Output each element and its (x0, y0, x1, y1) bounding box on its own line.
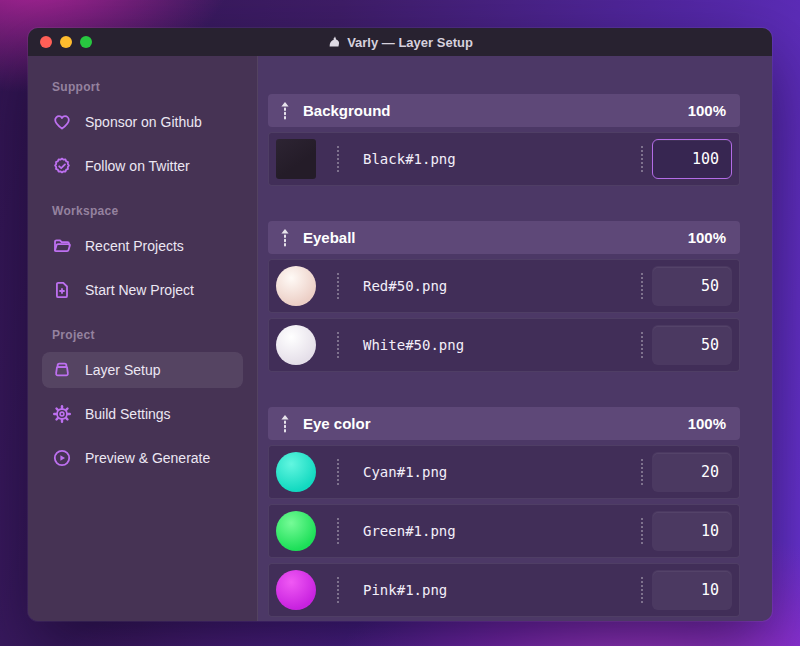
layer-group-eyeball: Eyeball 100% Red#50.png White#50.png (268, 221, 740, 372)
sidebar-section-workspace: Workspace Recent Projects Start New Proj… (42, 204, 243, 308)
heart-icon (52, 112, 72, 132)
verified-badge-icon (52, 156, 72, 176)
traffic-lights (40, 36, 92, 48)
layer-weight-input[interactable] (652, 139, 732, 179)
gear-icon (52, 404, 72, 424)
divider (641, 459, 643, 485)
sidebar-item-preview-generate[interactable]: Preview & Generate (42, 440, 243, 476)
layer-row[interactable]: White#50.png (268, 318, 740, 372)
sidebar-item-label: Build Settings (85, 406, 171, 422)
layer-row[interactable]: Red#50.png (268, 259, 740, 313)
desktop: { "window": { "title": "Varly — Layer Se… (0, 0, 800, 646)
layer-box-icon (52, 360, 72, 380)
layer-filename: Pink#1.png (363, 582, 641, 598)
group-title: Eye color (303, 415, 688, 432)
sidebar-item-label: Follow on Twitter (85, 158, 190, 174)
drag-handle-icon[interactable] (280, 414, 290, 434)
file-plus-icon (52, 280, 72, 300)
sidebar-item-label: Recent Projects (85, 238, 184, 254)
layer-row[interactable]: Cyan#1.png (268, 445, 740, 499)
layer-filename: Black#1.png (363, 151, 641, 167)
layer-filename: Green#1.png (363, 523, 641, 539)
group-header: Eye color 100% (268, 407, 740, 440)
divider (337, 332, 339, 358)
group-opacity: 100% (688, 229, 726, 246)
folder-icon (52, 236, 72, 256)
group-opacity: 100% (688, 102, 726, 119)
drag-handle-icon[interactable] (280, 228, 290, 248)
window-title-text: Varly — Layer Setup (347, 35, 473, 50)
sidebar-item-layer-setup[interactable]: Layer Setup (42, 352, 243, 388)
group-title: Eyeball (303, 229, 688, 246)
layer-weight-input[interactable] (652, 570, 732, 610)
layer-filename: Red#50.png (363, 278, 641, 294)
layer-weight-input[interactable] (652, 511, 732, 551)
sidebar-item-label: Sponsor on Github (85, 114, 202, 130)
sidebar-item-label: Start New Project (85, 282, 194, 298)
layer-thumbnail (276, 266, 316, 306)
divider (337, 146, 339, 172)
group-header: Eyeball 100% (268, 221, 740, 254)
divider (337, 273, 339, 299)
layer-row[interactable]: Green#1.png (268, 504, 740, 558)
section-label: Support (52, 80, 243, 94)
window-body: Support Sponsor on Github Follow on Twit… (28, 56, 772, 621)
layer-thumbnail (276, 139, 316, 179)
layer-row[interactable]: Pink#1.png (268, 563, 740, 617)
sidebar-item-start-new-project[interactable]: Start New Project (42, 272, 243, 308)
layer-filename: Cyan#1.png (363, 464, 641, 480)
sidebar-item-label: Preview & Generate (85, 450, 210, 466)
layer-thumbnail (276, 570, 316, 610)
sidebar: Support Sponsor on Github Follow on Twit… (28, 56, 258, 621)
divider (641, 146, 643, 172)
layer-thumbnail (276, 452, 316, 492)
divider (641, 332, 643, 358)
layer-weight-input[interactable] (652, 452, 732, 492)
sidebar-section-support: Support Sponsor on Github Follow on Twit… (42, 80, 243, 184)
window-title: Varly — Layer Setup (28, 28, 772, 56)
unicorn-icon (327, 35, 341, 49)
layer-group-background: Background 100% Black#1.png (268, 94, 740, 186)
sidebar-item-recent-projects[interactable]: Recent Projects (42, 228, 243, 264)
layer-thumbnail (276, 325, 316, 365)
layer-list: Background 100% Black#1.png Eyeba (258, 56, 772, 621)
section-label: Workspace (52, 204, 243, 218)
group-title: Background (303, 102, 688, 119)
minimize-button[interactable] (60, 36, 72, 48)
layer-filename: White#50.png (363, 337, 641, 353)
group-opacity: 100% (688, 415, 726, 432)
sidebar-item-follow-on-twitter[interactable]: Follow on Twitter (42, 148, 243, 184)
section-label: Project (52, 328, 243, 342)
divider (641, 518, 643, 544)
divider (337, 459, 339, 485)
divider (641, 273, 643, 299)
divider (337, 518, 339, 544)
layer-weight-input[interactable] (652, 325, 732, 365)
app-window: Varly — Layer Setup Support Sponsor on G… (28, 28, 772, 621)
titlebar: Varly — Layer Setup (28, 28, 772, 56)
layer-weight-input[interactable] (652, 266, 732, 306)
sidebar-section-project: Project Layer Setup Build Settings (42, 328, 243, 476)
divider (641, 577, 643, 603)
divider (337, 577, 339, 603)
group-header: Background 100% (268, 94, 740, 127)
layer-row[interactable]: Black#1.png (268, 132, 740, 186)
sidebar-item-sponsor-on-github[interactable]: Sponsor on Github (42, 104, 243, 140)
sidebar-item-label: Layer Setup (85, 362, 161, 378)
layer-thumbnail (276, 511, 316, 551)
play-circle-icon (52, 448, 72, 468)
zoom-button[interactable] (80, 36, 92, 48)
sidebar-item-build-settings[interactable]: Build Settings (42, 396, 243, 432)
close-button[interactable] (40, 36, 52, 48)
layer-group-eye-color: Eye color 100% Cyan#1.png Green#1.png (268, 407, 740, 617)
drag-handle-icon[interactable] (280, 101, 290, 121)
